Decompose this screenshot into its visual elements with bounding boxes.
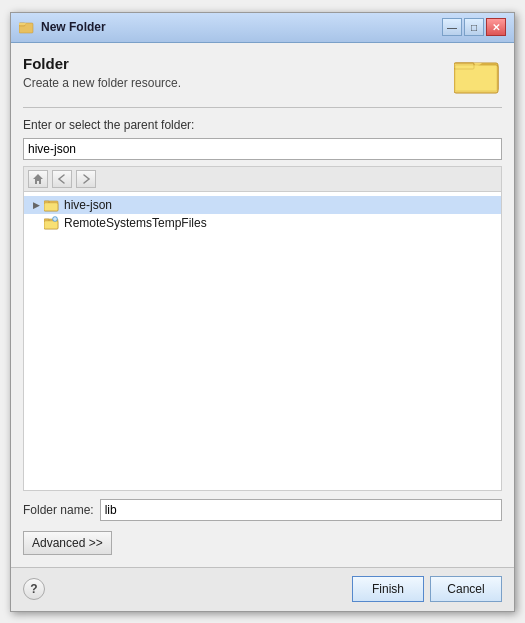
tree-label-remote-systems: RemoteSystemsTempFiles bbox=[64, 216, 207, 230]
title-bar: New Folder — □ ✕ bbox=[11, 13, 514, 43]
bottom-section: Folder name: Advanced >> bbox=[23, 491, 502, 555]
advanced-button[interactable]: Advanced >> bbox=[23, 531, 112, 555]
title-bar-controls: — □ ✕ bbox=[442, 18, 506, 36]
header-subtitle: Create a new folder resource. bbox=[23, 76, 454, 90]
parent-folder-input[interactable] bbox=[23, 138, 502, 160]
svg-rect-13 bbox=[45, 221, 57, 228]
title-bar-icon bbox=[19, 19, 35, 35]
back-button[interactable] bbox=[52, 170, 72, 188]
parent-folder-label: Enter or select the parent folder: bbox=[23, 118, 502, 132]
tree-label-hive-json: hive-json bbox=[64, 198, 112, 212]
tree-toolbar bbox=[23, 166, 502, 191]
folder-name-input[interactable] bbox=[100, 499, 502, 521]
dialog-content: Folder Create a new folder resource. Ent… bbox=[11, 43, 514, 567]
separator-1 bbox=[23, 107, 502, 108]
header-section: Folder Create a new folder resource. bbox=[23, 55, 502, 95]
home-button[interactable] bbox=[28, 170, 48, 188]
forward-button[interactable] bbox=[76, 170, 96, 188]
maximize-button[interactable]: □ bbox=[464, 18, 484, 36]
folder-icon-hive-json bbox=[44, 198, 60, 212]
dialog-footer: ? Finish Cancel bbox=[11, 567, 514, 611]
cancel-button[interactable]: Cancel bbox=[430, 576, 502, 602]
minimize-button[interactable]: — bbox=[442, 18, 462, 36]
svg-rect-9 bbox=[45, 203, 57, 210]
tree-item-hive-json[interactable]: ▶ hive-json bbox=[24, 196, 501, 214]
expand-hive-json[interactable]: ▶ bbox=[30, 199, 42, 211]
tree-container[interactable]: ▶ hive-json ▶ bbox=[23, 191, 502, 491]
folder-name-label: Folder name: bbox=[23, 503, 94, 517]
tree-item-remote-systems[interactable]: ▶ RemoteSystemsTempFiles bbox=[24, 214, 501, 232]
dialog-window: New Folder — □ ✕ Folder Create a new fol… bbox=[10, 12, 515, 612]
finish-button[interactable]: Finish bbox=[352, 576, 424, 602]
title-bar-title: New Folder bbox=[41, 20, 442, 34]
close-button[interactable]: ✕ bbox=[486, 18, 506, 36]
folder-name-row: Folder name: bbox=[23, 499, 502, 521]
header-text: Folder Create a new folder resource. bbox=[23, 55, 454, 90]
svg-rect-5 bbox=[455, 65, 497, 91]
help-button[interactable]: ? bbox=[23, 578, 45, 600]
folder-icon-large bbox=[454, 55, 502, 95]
folder-icon-remote-systems bbox=[44, 216, 60, 230]
header-title: Folder bbox=[23, 55, 454, 72]
